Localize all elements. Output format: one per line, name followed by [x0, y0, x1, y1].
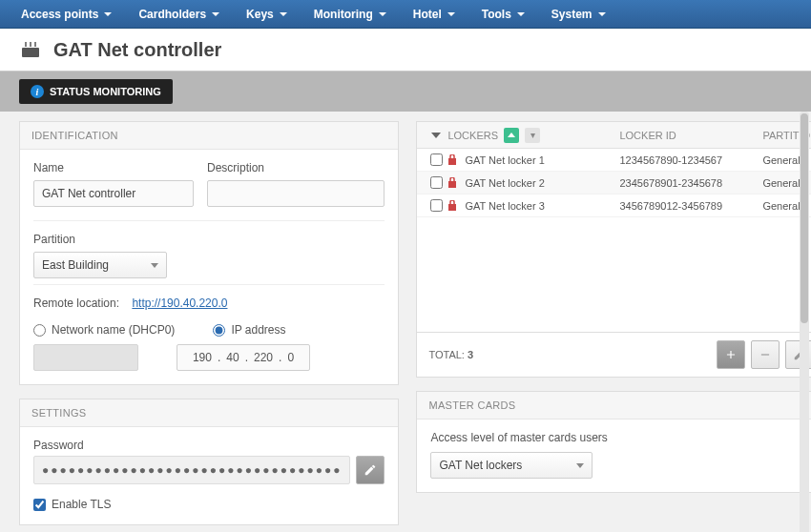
- controller-icon: [19, 38, 42, 61]
- ip-address-input[interactable]: 190. 40. 220. 0: [177, 344, 310, 371]
- name-label: Name: [33, 161, 194, 174]
- chevron-down-icon: [447, 12, 455, 16]
- ribbon: i STATUS MONITORING: [0, 72, 811, 112]
- row-checkbox[interactable]: [430, 199, 443, 212]
- title-bar: GAT Net controller: [0, 29, 811, 72]
- enable-tls-checkbox[interactable]: Enable TLS: [33, 498, 385, 511]
- table-header: LOCKERS ▾ LOCKER ID PARTITION: [417, 122, 811, 149]
- table-row[interactable]: GAT Net locker 3 3456789012-3456789 Gene…: [417, 194, 811, 217]
- main-content: IDENTIFICATION Name Description Partitio…: [0, 112, 811, 532]
- chevron-down-icon: [104, 12, 112, 16]
- radio-dhcp[interactable]: Network name (DHCP0): [33, 323, 175, 337]
- chevron-down-icon: [431, 133, 441, 138]
- row-checkbox[interactable]: [430, 176, 443, 189]
- status-monitoring-button[interactable]: i STATUS MONITORING: [19, 79, 173, 104]
- description-input[interactable]: [207, 180, 385, 207]
- nav-access-points[interactable]: Access points: [8, 0, 125, 29]
- access-level-select[interactable]: GAT Net lockers: [430, 452, 593, 479]
- chevron-down-icon: [280, 12, 287, 16]
- col-lockers[interactable]: LOCKERS: [447, 130, 498, 141]
- identification-panel: IDENTIFICATION Name Description Partitio…: [19, 121, 399, 385]
- nav-system[interactable]: System: [538, 0, 619, 29]
- name-input[interactable]: [33, 180, 194, 207]
- sort-asc-icon[interactable]: [504, 128, 519, 143]
- description-label: Description: [207, 161, 385, 174]
- expand-all-toggle[interactable]: [425, 133, 447, 138]
- nav-tools[interactable]: Tools: [468, 0, 538, 29]
- table-body: GAT Net locker 1 1234567890-1234567 Gene…: [417, 149, 811, 332]
- chevron-down-icon: [598, 12, 606, 16]
- row-checkbox[interactable]: [430, 153, 443, 166]
- table-row[interactable]: GAT Net locker 1 1234567890-1234567 Gene…: [417, 149, 811, 172]
- locker-icon: [447, 200, 457, 212]
- remote-location-link[interactable]: http://190.40.220.0: [132, 297, 227, 310]
- lockers-section: LOCKERS ▾ LOCKER ID PARTITION GAT Net lo…: [416, 121, 811, 378]
- col-locker-id[interactable]: LOCKER ID: [619, 130, 762, 141]
- svg-rect-0: [22, 48, 39, 57]
- info-icon: i: [31, 85, 44, 98]
- access-level-label: Access level of master cards users: [430, 431, 811, 444]
- password-field: ●●●●●●●●●●●●●●●●●●●●●●●●●●●●●●●●●●: [33, 456, 350, 484]
- nav-monitoring[interactable]: Monitoring: [301, 0, 400, 29]
- add-locker-button[interactable]: [717, 340, 745, 369]
- partition-label: Partition: [33, 233, 167, 246]
- table-footer: TOTAL: 3: [416, 333, 811, 378]
- master-cards-panel: MASTER CARDS Access level of master card…: [416, 391, 811, 493]
- svg-rect-5: [448, 181, 456, 188]
- locker-icon: [447, 177, 457, 189]
- minus-icon: [759, 348, 772, 361]
- nav-cardholders[interactable]: Cardholders: [125, 0, 233, 29]
- remote-location-label: Remote location:: [33, 297, 119, 310]
- pencil-icon: [364, 463, 377, 477]
- partition-select[interactable]: East Building: [33, 252, 167, 278]
- locker-icon: [447, 154, 457, 166]
- filter-icon[interactable]: ▾: [525, 128, 540, 143]
- panel-title: IDENTIFICATION: [20, 122, 398, 150]
- top-nav: Access points Cardholders Keys Monitorin…: [0, 0, 811, 29]
- password-label: Password: [33, 439, 84, 452]
- chevron-down-icon: [517, 12, 525, 16]
- chevron-down-icon: [379, 12, 386, 16]
- svg-rect-6: [448, 204, 456, 211]
- dhcp-name-input: [33, 344, 138, 371]
- page-title: GAT Net controller: [53, 39, 221, 61]
- nav-keys[interactable]: Keys: [233, 0, 301, 29]
- chevron-down-icon: [576, 463, 584, 468]
- plus-icon: [724, 348, 738, 361]
- chevron-down-icon: [151, 263, 158, 268]
- chevron-down-icon: [212, 12, 219, 16]
- svg-rect-4: [448, 158, 456, 165]
- nav-hotel[interactable]: Hotel: [400, 0, 468, 29]
- table-row[interactable]: GAT Net locker 2 2345678901-2345678 Gene…: [417, 172, 811, 194]
- vertical-scrollbar[interactable]: [800, 112, 809, 532]
- edit-password-button[interactable]: [356, 456, 385, 484]
- panel-title: MASTER CARDS: [417, 392, 811, 419]
- panel-title: SETTINGS: [20, 399, 398, 427]
- settings-panel: SETTINGS Password ●●●●●●●●●●●●●●●●●●●●●●…: [19, 399, 399, 525]
- radio-ip[interactable]: IP address: [213, 323, 285, 337]
- remove-locker-button[interactable]: [751, 340, 780, 369]
